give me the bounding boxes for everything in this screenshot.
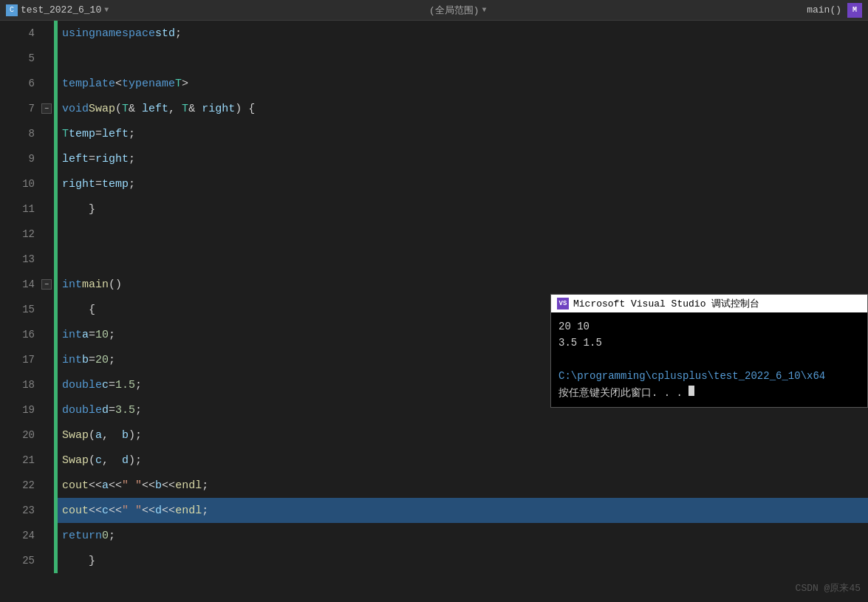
line-number: 13	[0, 247, 41, 272]
fold-cell	[41, 146, 54, 171]
fold-cell	[41, 222, 54, 247]
fold-cell	[41, 171, 54, 196]
line-number: 20	[0, 423, 41, 448]
table-row: 10 right = temp;	[0, 171, 868, 196]
path-line: C:\programming\cplusplus\test_2022_6_10\…	[558, 368, 860, 384]
top-bar-right: main() M	[807, 3, 862, 18]
watermark: CSDN @原来45	[796, 581, 861, 595]
fold-button[interactable]: −	[41, 279, 52, 290]
table-row: 5	[0, 46, 868, 71]
top-bar: C test_2022_6_10 ▼ (全局范围) ▼ main() M	[0, 0, 868, 21]
code-line	[58, 222, 868, 247]
line-number: 6	[0, 71, 41, 96]
code-line: Swap(a, b);	[58, 423, 868, 448]
fold-cell	[41, 548, 54, 573]
code-line: using namespace std;	[58, 21, 868, 46]
code-line: cout << c << " " << d << endl;	[58, 498, 868, 523]
line-number: 19	[0, 397, 41, 423]
fold-cell	[41, 423, 54, 448]
code-line	[58, 247, 868, 272]
table-row: 14− int main()	[0, 272, 868, 297]
table-row: 9 left = right;	[0, 146, 868, 171]
file-dropdown-arrow[interactable]: ▼	[104, 6, 109, 14]
fold-cell	[41, 322, 54, 347]
editor-area: 4 using namespace std;56 template<typena…	[0, 21, 868, 602]
table-row: 25 }	[0, 548, 868, 573]
console-title-text: Microsoft Visual Studio 调试控制台	[573, 297, 759, 310]
code-line: left = right;	[58, 146, 868, 171]
line-number: 17	[0, 347, 41, 372]
vs-icon: VS	[557, 298, 569, 309]
hint-text: 按任意键关闭此窗口. . .	[558, 387, 683, 399]
fold-cell	[41, 347, 54, 372]
code-line: }	[58, 548, 868, 573]
fold-cell	[41, 372, 54, 397]
line-number: 23	[0, 498, 41, 523]
scope-dropdown-arrow[interactable]: ▼	[482, 6, 487, 14]
fold-cell	[41, 473, 54, 498]
code-line: cout << a << " " << b << endl;	[58, 473, 868, 498]
code-line: right = temp;	[58, 171, 868, 196]
line-number: 10	[0, 171, 41, 196]
line-number: 4	[0, 21, 41, 46]
file-name: test_2022_6_10	[21, 4, 101, 16]
cursor-blink	[688, 386, 694, 396]
fold-cell	[41, 121, 54, 146]
fold-cell	[41, 498, 54, 523]
code-line	[58, 46, 868, 71]
main-icon: M	[847, 3, 862, 18]
line-number: 14	[0, 272, 41, 297]
line-number: 7	[0, 96, 41, 121]
output-line2: 3.5 1.5	[558, 335, 860, 351]
code-line: Swap(c, d);	[58, 448, 868, 473]
line-number: 21	[0, 448, 41, 473]
fold-cell	[41, 71, 54, 96]
fold-cell	[41, 523, 54, 548]
table-row: 23 cout << c << " " << d << endl;	[0, 498, 868, 523]
fold-cell	[41, 297, 54, 322]
scope-label: (全局范围)	[429, 4, 479, 17]
fold-cell	[41, 247, 54, 272]
line-number: 24	[0, 523, 41, 548]
fold-cell	[41, 448, 54, 473]
debug-console-title: VS Microsoft Visual Studio 调试控制台	[551, 295, 867, 312]
code-line: template<typename T>	[58, 71, 868, 96]
line-number: 15	[0, 297, 41, 322]
table-row: 22 cout << a << " " << b << endl;	[0, 473, 868, 498]
table-row: 13	[0, 247, 868, 272]
code-line: int main()	[58, 272, 868, 297]
table-row: 4 using namespace std;	[0, 21, 868, 46]
line-number: 11	[0, 196, 41, 222]
line-number: 16	[0, 322, 41, 347]
debug-console: VS Microsoft Visual Studio 调试控制台 20 10 3…	[550, 294, 868, 408]
fold-cell[interactable]: −	[41, 96, 54, 121]
file-tab[interactable]: C test_2022_6_10 ▼	[6, 4, 109, 16]
fold-cell	[41, 21, 54, 46]
code-line: T temp = left;	[58, 121, 868, 146]
fold-cell	[41, 196, 54, 222]
code-line: }	[58, 196, 868, 222]
code-line: return 0;	[58, 523, 868, 548]
table-row: 20 Swap(a, b);	[0, 423, 868, 448]
table-row: 21 Swap(c, d);	[0, 448, 868, 473]
line-number: 22	[0, 473, 41, 498]
fold-cell	[41, 46, 54, 71]
table-row: 24 return 0;	[0, 523, 868, 548]
table-row: 6 template<typename T>	[0, 71, 868, 96]
fold-cell[interactable]: −	[41, 272, 54, 297]
code-line: void Swap(T& left, T& right) {	[58, 96, 868, 121]
fold-button[interactable]: −	[41, 103, 52, 114]
line-number: 12	[0, 222, 41, 247]
debug-console-body: 20 10 3.5 1.5 C:\programming\cplusplus\t…	[551, 312, 867, 407]
output-line1: 20 10	[558, 318, 860, 335]
function-label: main()	[807, 4, 841, 16]
output-blank	[558, 352, 860, 368]
line-number: 18	[0, 372, 41, 397]
table-row: 8 T temp = left;	[0, 121, 868, 146]
table-row: 11 }	[0, 196, 868, 222]
hint-line: 按任意键关闭此窗口. . .	[558, 385, 860, 401]
line-number: 9	[0, 146, 41, 171]
table-row: 7− void Swap(T& left, T& right) {	[0, 96, 868, 121]
table-row: 12	[0, 222, 868, 247]
fold-cell	[41, 397, 54, 423]
